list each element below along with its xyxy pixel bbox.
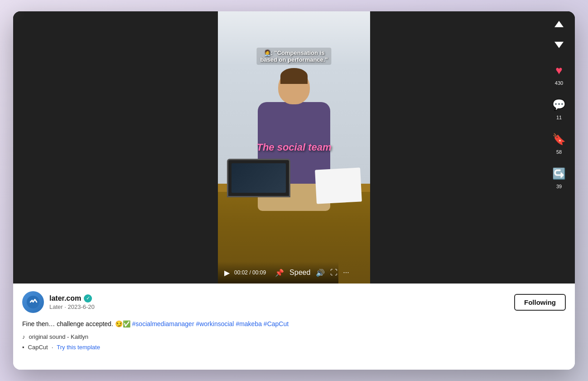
pin-icon[interactable]: 📌	[275, 269, 284, 277]
video-scene: 🧑‍💼: "Compensation is based on performan…	[218, 11, 370, 283]
share-button[interactable]: ↪️ 39	[548, 161, 570, 193]
hashtag-workinsocial[interactable]: #workinsocial	[196, 320, 234, 327]
fullscreen-button[interactable]: ⛶	[330, 269, 337, 277]
person-head	[278, 70, 310, 104]
speed-button[interactable]: Speed	[289, 269, 310, 277]
video-left-blur	[13, 11, 218, 283]
video-controls-bar: ▶ 00:02 / 00:09 📌 Speed 🔊 ⛶ ···	[218, 262, 338, 283]
video-container: 🧑‍💼: "Compensation is based on performan…	[13, 11, 575, 283]
laptop-screen	[227, 159, 290, 197]
capcut-row: ▪ CapCut · Try this template	[22, 344, 566, 351]
video-description: Fine then… challenge accepted. 😏✅ #socia…	[22, 319, 566, 329]
video-caption-top: 🧑‍💼: "Compensation is based on performan…	[256, 48, 331, 65]
info-area: later.com ✓ Later · 2023-6-20 Following …	[13, 283, 575, 370]
laptop-screen-inner	[231, 163, 286, 193]
like-count: 430	[555, 80, 563, 86]
main-window: 🧑‍💼: "Compensation is based on performan…	[13, 11, 575, 370]
play-button[interactable]: ▶	[224, 269, 230, 277]
hashtag-capcut[interactable]: #CapCut	[264, 320, 289, 327]
capcut-icon: ▪	[22, 344, 24, 351]
controls-right: 📌 Speed 🔊 ⛶ ···	[275, 269, 349, 277]
nav-down-button[interactable]	[550, 37, 568, 53]
avatar[interactable]	[22, 291, 44, 313]
heart-icon: ♥	[550, 61, 568, 79]
capcut-separator: ·	[52, 344, 53, 351]
hashtag-socialmediamanager[interactable]: #socialmediamanager	[132, 320, 194, 327]
svg-marker-0	[554, 21, 564, 27]
svg-marker-1	[554, 42, 564, 48]
channel-name-row: later.com ✓	[49, 294, 95, 303]
hashtag-makeba[interactable]: #makeba	[236, 320, 262, 327]
volume-button[interactable]: 🔊	[316, 269, 325, 277]
sound-row: ♪ original sound - Kaitlyn	[22, 333, 566, 340]
like-button[interactable]: ♥ 430	[548, 58, 570, 89]
more-button[interactable]: ···	[343, 269, 349, 277]
person-hair	[280, 68, 308, 84]
channel-row: later.com ✓ Later · 2023-6-20 Following	[22, 291, 566, 313]
follow-button[interactable]: Following	[514, 294, 566, 311]
capcut-template-link[interactable]: Try this template	[57, 344, 100, 351]
notebook-prop	[315, 167, 362, 204]
share-icon: ↪️	[550, 165, 568, 183]
comment-icon: 💬	[550, 96, 568, 114]
share-count: 39	[556, 184, 562, 189]
bookmark-count: 58	[556, 149, 562, 155]
capcut-brand: CapCut	[28, 344, 48, 351]
bookmark-button[interactable]: 🔖 58	[548, 127, 570, 158]
bookmark-icon: 🔖	[550, 130, 568, 148]
time-display: 00:02 / 00:09	[234, 269, 266, 276]
video-actions-panel: ♥ 430 💬 11 🔖 58 ↪️ 39	[543, 11, 575, 283]
laptop-prop	[227, 159, 290, 200]
comment-count: 11	[556, 115, 562, 120]
nav-up-button[interactable]	[550, 16, 568, 32]
channel-subtitle: Later · 2023-6-20	[49, 303, 95, 310]
sound-text: original sound - Kaitlyn	[29, 333, 89, 340]
video-center: 🧑‍💼: "Compensation is based on performan…	[218, 11, 370, 283]
description-text: Fine then… challenge accepted. 😏✅	[22, 320, 132, 327]
verified-badge: ✓	[84, 294, 92, 303]
music-icon: ♪	[22, 333, 25, 340]
channel-info: later.com ✓ Later · 2023-6-20	[49, 294, 95, 310]
comment-button[interactable]: 💬 11	[548, 92, 570, 124]
channel-name[interactable]: later.com	[49, 294, 81, 303]
video-caption-center: The social team	[256, 142, 331, 153]
